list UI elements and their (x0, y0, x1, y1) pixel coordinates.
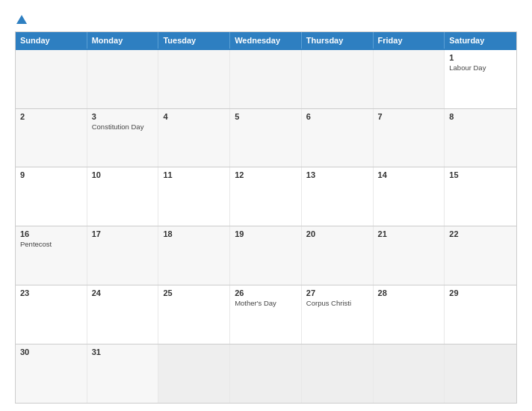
day-number: 31 (92, 347, 154, 356)
day-number: 4 (163, 112, 225, 121)
day-cell (158, 50, 230, 108)
day-cell: 23 (16, 285, 87, 344)
day-number: 7 (378, 112, 440, 121)
day-number: 24 (92, 288, 154, 297)
day-cell (230, 344, 302, 403)
day-cell: 22 (445, 226, 516, 285)
day-cell: 8 (445, 109, 516, 167)
day-number: 9 (20, 170, 82, 179)
week-row-1: 1Labour Day (16, 49, 516, 108)
day-number: 1 (449, 53, 512, 62)
day-number: 23 (20, 288, 82, 297)
day-cell: 29 (445, 285, 516, 344)
holiday-label: Mother's Day (235, 299, 297, 307)
day-number: 6 (306, 112, 368, 121)
holiday-label: Constitution Day (92, 123, 154, 131)
day-cell: 3Constitution Day (87, 109, 159, 167)
day-header-saturday: Saturday (445, 32, 516, 49)
day-header-monday: Monday (87, 32, 159, 49)
day-cell: 25 (158, 285, 230, 344)
day-header-wednesday: Wednesday (230, 32, 302, 49)
day-cell: 27Corpus Christi (302, 285, 374, 344)
day-number: 18 (163, 229, 225, 238)
week-row-2: 23Constitution Day45678 (16, 108, 516, 167)
day-cell (16, 50, 87, 108)
day-number: 28 (378, 288, 440, 297)
day-cell: 16Pentecost (16, 226, 87, 285)
day-header-friday: Friday (374, 32, 445, 49)
day-cell: 26Mother's Day (230, 285, 302, 344)
day-number: 15 (449, 170, 512, 179)
logo-triangle-icon (16, 15, 27, 24)
day-number: 30 (20, 347, 82, 356)
day-number: 27 (306, 288, 368, 297)
calendar-page: SundayMondayTuesdayWednesdayThursdayFrid… (0, 0, 532, 411)
day-cell: 24 (87, 285, 159, 344)
day-headers-row: SundayMondayTuesdayWednesdayThursdayFrid… (16, 32, 516, 49)
day-number: 3 (92, 112, 154, 121)
day-cell (158, 344, 230, 403)
weeks-container: 1Labour Day23Constitution Day45678910111… (16, 49, 516, 403)
day-cell: 5 (230, 109, 302, 167)
holiday-label: Pentecost (20, 240, 82, 248)
day-number: 29 (449, 288, 512, 297)
day-number: 25 (163, 288, 225, 297)
day-cell: 18 (158, 226, 230, 285)
day-cell (87, 50, 159, 108)
day-cell: 30 (16, 344, 87, 403)
holiday-label: Corpus Christi (306, 299, 368, 307)
day-header-sunday: Sunday (16, 32, 87, 49)
day-number: 22 (449, 229, 512, 238)
calendar-grid: SundayMondayTuesdayWednesdayThursdayFrid… (15, 31, 517, 404)
day-cell: 2 (16, 109, 87, 167)
day-cell: 19 (230, 226, 302, 285)
day-number: 21 (378, 229, 440, 238)
header (15, 12, 517, 25)
week-row-6: 3031 (16, 344, 516, 403)
day-cell: 4 (158, 109, 230, 167)
day-number: 13 (306, 170, 368, 179)
day-header-thursday: Thursday (302, 32, 374, 49)
day-cell: 28 (374, 285, 445, 344)
day-cell (374, 50, 445, 108)
day-number: 10 (92, 170, 154, 179)
day-header-tuesday: Tuesday (158, 32, 230, 49)
day-cell (445, 344, 516, 403)
day-number: 2 (20, 112, 82, 121)
day-cell: 6 (302, 109, 374, 167)
day-number: 8 (449, 112, 512, 121)
logo (15, 12, 27, 25)
day-number: 19 (235, 229, 297, 238)
week-row-3: 9101112131415 (16, 167, 516, 226)
day-cell: 9 (16, 167, 87, 226)
day-cell: 20 (302, 226, 374, 285)
day-number: 11 (163, 170, 225, 179)
day-number: 17 (92, 229, 154, 238)
day-cell: 14 (374, 167, 445, 226)
day-cell: 1Labour Day (445, 50, 516, 108)
day-number: 20 (306, 229, 368, 238)
day-cell: 31 (87, 344, 159, 403)
day-cell (374, 344, 445, 403)
day-cell: 21 (374, 226, 445, 285)
day-cell: 13 (302, 167, 374, 226)
day-cell (302, 344, 374, 403)
day-cell: 10 (87, 167, 159, 226)
day-number: 5 (235, 112, 297, 121)
day-cell: 15 (445, 167, 516, 226)
day-number: 12 (235, 170, 297, 179)
day-number: 26 (235, 288, 297, 297)
day-cell: 11 (158, 167, 230, 226)
week-row-5: 23242526Mother's Day27Corpus Christi2829 (16, 285, 516, 344)
day-cell (230, 50, 302, 108)
day-cell: 12 (230, 167, 302, 226)
day-number: 14 (378, 170, 440, 179)
day-cell: 17 (87, 226, 159, 285)
holiday-label: Labour Day (449, 64, 512, 72)
day-number: 16 (20, 229, 82, 238)
day-cell: 7 (374, 109, 445, 167)
day-cell (302, 50, 374, 108)
week-row-4: 16Pentecost171819202122 (16, 226, 516, 285)
logo-general (15, 12, 27, 25)
